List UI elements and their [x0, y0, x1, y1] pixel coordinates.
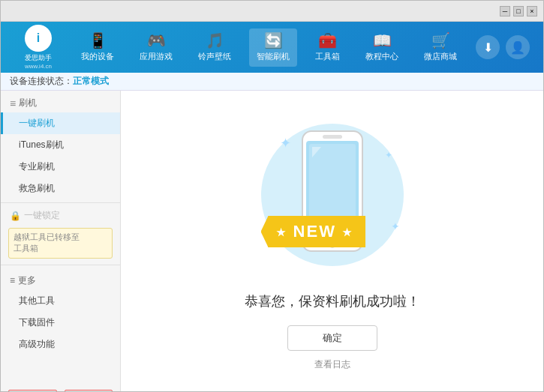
tutorial-icon: 📖: [373, 33, 392, 48]
close-button[interactable]: ×: [527, 6, 537, 16]
header-right: ⬇ 👤: [470, 35, 536, 59]
tutorial-label: 教程中心: [365, 51, 398, 62]
sidebar-lock-item: 🔒 一键锁定: [1, 206, 120, 225]
smart-flash-icon: 🔄: [264, 33, 283, 48]
apps-games-icon: 🎮: [147, 33, 166, 48]
svg-rect-3: [323, 135, 342, 139]
auto-send-checkbox[interactable]: ✓ 自动歌送: [8, 390, 57, 393]
nav-tutorial[interactable]: 📖 教程中心: [358, 28, 406, 67]
connection-label: 设备连接状态：: [10, 75, 73, 88]
sidebar-item-itunes-flash[interactable]: iTunes刷机: [1, 134, 120, 156]
nav-my-device[interactable]: 📱 我的设备: [74, 28, 122, 67]
new-ribbon: ★ NEW ★: [261, 216, 366, 247]
confirm-button[interactable]: 确定: [287, 325, 377, 351]
body-area: ≡ 刷机 一键刷机 iTunes刷机 专业刷机 救急刷机 🔒 一键锁定: [1, 91, 543, 392]
new-ribbon-star-right: ★: [342, 226, 353, 238]
window-controls: ─ □ ×: [500, 6, 537, 16]
svg-rect-4: [309, 144, 356, 226]
sidebar-note-text: 越狱工具已转移至 工具箱: [14, 232, 80, 253]
sparkle-3-icon: ✦: [391, 220, 400, 232]
skip-wizard-checkbox[interactable]: ✓ 跳过向导: [65, 390, 113, 393]
logo-subtext: 爱思助手 www.i4.cn: [25, 53, 52, 70]
more-section-icon: ≡: [10, 275, 15, 286]
smart-flash-label: 智能刷机: [257, 51, 290, 62]
download-button[interactable]: ⬇: [476, 35, 500, 59]
sidebar-item-save-flash[interactable]: 救急刷机: [1, 178, 120, 199]
ringtone-icon: 🎵: [206, 33, 224, 48]
sidebar: ≡ 刷机 一键刷机 iTunes刷机 专业刷机 救急刷机 🔒 一键锁定: [1, 91, 121, 392]
lock-icon: 🔒: [10, 211, 21, 221]
weidian-label: 微店商城: [424, 51, 457, 62]
nav-bar: 📱 我的设备 🎮 应用游戏 🎵 铃声壁纸 🔄 智能刷机 🧰 工具箱 📖: [68, 28, 470, 67]
nav-weidian[interactable]: 🛒 微店商城: [416, 28, 464, 67]
sidebar-item-other-tools[interactable]: 其他工具: [1, 290, 120, 312]
sidebar-divider-2: [1, 265, 120, 265]
nav-smart-flash[interactable]: 🔄 智能刷机: [249, 28, 297, 67]
minimize-button[interactable]: ─: [500, 6, 510, 16]
nav-toolbox[interactable]: 🧰 工具箱: [308, 28, 347, 67]
maximize-button[interactable]: □: [513, 6, 524, 16]
sidebar-more-header: ≡ 更多: [1, 268, 120, 290]
toolbox-icon: 🧰: [318, 33, 337, 48]
apps-games-label: 应用游戏: [140, 51, 173, 62]
logo-icon: i: [25, 25, 52, 52]
sidebar-item-download-firmware[interactable]: 下载固件: [1, 312, 120, 334]
main-content: ✦ ✦ ✦: [121, 91, 543, 392]
sparkle-1-icon: ✦: [280, 135, 291, 151]
user-button[interactable]: 👤: [506, 35, 530, 59]
nav-apps-games[interactable]: 🎮 应用游戏: [132, 28, 180, 67]
connection-status-bar: 设备连接状态： 正常模式: [1, 73, 543, 91]
my-device-icon: 📱: [89, 33, 107, 48]
sidebar-flash-header: ≡ 刷机: [1, 91, 120, 112]
sidebar-divider-1: [1, 202, 120, 203]
logo-area: i 爱思助手 www.i4.cn: [8, 25, 68, 70]
view-log-link[interactable]: 查看日志: [314, 358, 350, 371]
new-ribbon-star-left: ★: [276, 226, 287, 238]
sidebar-item-pro-flash[interactable]: 专业刷机: [1, 156, 120, 178]
success-illustration: ✦ ✦ ✦: [257, 112, 407, 277]
weidian-icon: 🛒: [431, 33, 450, 48]
success-text: 恭喜您，保资料刷机成功啦！: [245, 292, 420, 310]
main-header: i 爱思助手 www.i4.cn 📱 我的设备 🎮 应用游戏 🎵 铃声壁纸 🔄 …: [1, 22, 543, 73]
sparkle-2-icon: ✦: [385, 150, 392, 160]
nav-ringtone[interactable]: 🎵 铃声壁纸: [191, 28, 239, 67]
ringtone-label: 铃声壁纸: [198, 51, 231, 62]
title-bar: ─ □ ×: [1, 1, 543, 22]
sidebar-note-box: 越狱工具已转移至 工具箱: [8, 228, 113, 259]
connection-status: 正常模式: [73, 75, 109, 88]
bottom-checkboxes: ✓ 自动歌送 ✓ 跳过向导: [8, 390, 113, 393]
sidebar-item-one-click-flash[interactable]: 一键刷机: [1, 112, 120, 134]
flash-section-icon: ≡: [10, 97, 16, 109]
sidebar-item-advanced[interactable]: 高级功能: [1, 334, 120, 355]
my-device-label: 我的设备: [81, 51, 114, 62]
toolbox-label: 工具箱: [315, 51, 340, 62]
